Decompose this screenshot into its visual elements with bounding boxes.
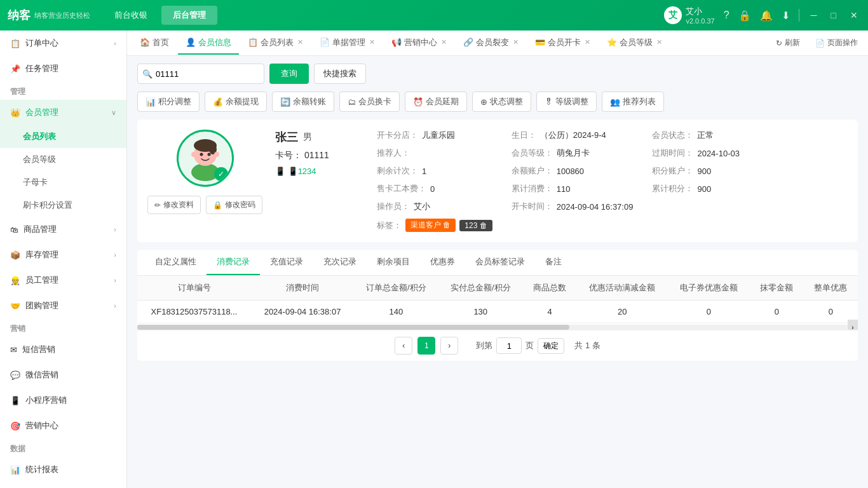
tab-member-level-label: 会员等级 bbox=[620, 37, 653, 48]
sub-tab-custom[interactable]: 自定义属性 bbox=[145, 250, 207, 275]
chevron-down-icon: ∨ bbox=[111, 109, 116, 117]
page-1-btn[interactable]: 1 bbox=[417, 337, 435, 355]
expire-value: 2024-10-03 bbox=[697, 149, 740, 158]
tab-member-info[interactable]: 👤 会员信息 bbox=[178, 32, 239, 55]
minimize-btn[interactable]: ─ bbox=[808, 9, 820, 22]
prev-page-btn[interactable]: ‹ bbox=[395, 337, 412, 355]
bell-icon[interactable]: 🔔 bbox=[760, 10, 773, 22]
orders-icon: 📋 bbox=[10, 39, 20, 48]
points-adjust-btn[interactable]: 📊 积分调整 bbox=[137, 92, 200, 112]
download-icon[interactable]: ⬇ bbox=[782, 10, 790, 22]
help-icon[interactable]: ? bbox=[724, 10, 729, 21]
cell-order-no: XF183125037573118... bbox=[137, 301, 251, 323]
tab-close-orders[interactable]: ✕ bbox=[369, 38, 375, 46]
status-adjust-btn[interactable]: ⊕ 状态调整 bbox=[472, 92, 531, 112]
to-page-label: 到第 bbox=[476, 340, 492, 351]
next-page-btn[interactable]: › bbox=[440, 337, 458, 355]
extend-btn[interactable]: ⏰ 会员延期 bbox=[405, 92, 467, 112]
table-row[interactable]: XF183125037573118... 2024-09-04 16:38:07… bbox=[137, 301, 858, 323]
user-name-version: 艾小 v2.0.0.37 bbox=[686, 6, 714, 25]
tab-close-member-list[interactable]: ✕ bbox=[297, 38, 303, 46]
tab-home-label: 首页 bbox=[153, 37, 169, 48]
sub-tab-notes[interactable]: 备注 bbox=[535, 250, 572, 275]
level-value: 萌兔月卡 bbox=[557, 147, 590, 159]
sidebar-item-reports[interactable]: 📊 统计报表 bbox=[0, 457, 126, 482]
user-info: 艾 艾小 v2.0.0.37 bbox=[664, 6, 714, 25]
tag-123[interactable]: 123 🗑 bbox=[459, 220, 492, 231]
sub-tab-consume[interactable]: 消费记录 bbox=[207, 250, 260, 275]
avatar-area: ✓ ✏ 修改资料 🔒 修改密码 bbox=[147, 130, 262, 232]
sidebar-sub-member-level[interactable]: 会员等级 bbox=[0, 148, 126, 171]
sidebar-sub-parent-card[interactable]: 子母卡 bbox=[0, 171, 126, 194]
tab-close-member-level[interactable]: ✕ bbox=[656, 38, 662, 46]
page-jump-input[interactable] bbox=[496, 337, 522, 354]
tab-close-marketing[interactable]: ✕ bbox=[441, 38, 447, 46]
total-points-value: 900 bbox=[697, 184, 711, 194]
back-office-btn[interactable]: 后台管理 bbox=[161, 6, 217, 25]
sidebar-item-marketing-center[interactable]: 🎯 营销中心 bbox=[0, 413, 126, 438]
sub-tab-tag-records[interactable]: 会员标签记录 bbox=[465, 250, 535, 275]
tab-fission[interactable]: 🔗 会员裂变 ✕ bbox=[456, 32, 526, 55]
member-details: 开卡分店： 儿童乐园 推荐人： 剩余计次： 1 售卡工本费： bbox=[377, 130, 848, 232]
tab-close-fission[interactable]: ✕ bbox=[513, 38, 519, 46]
scroll-right-arrow[interactable]: › bbox=[848, 320, 858, 330]
sidebar-item-sms[interactable]: ✉ 短信营销 bbox=[0, 337, 126, 362]
sub-tab-times[interactable]: 充次记录 bbox=[313, 250, 367, 275]
tab-member-list[interactable]: 📋 会员列表 ✕ bbox=[240, 32, 311, 55]
sidebar-item-tasks[interactable]: 📌 任务管理 bbox=[0, 56, 126, 81]
tab-open-card[interactable]: 💳 会员开卡 ✕ bbox=[527, 32, 598, 55]
close-btn[interactable]: ✕ bbox=[848, 9, 860, 22]
phone-value: 📱1234 bbox=[288, 166, 316, 176]
sidebar-item-miniapp[interactable]: 📱 小程序营销 bbox=[0, 388, 126, 413]
sub-tab-remain[interactable]: 剩余项目 bbox=[367, 250, 420, 275]
page-op-btn[interactable]: 📄 页面操作 bbox=[810, 35, 863, 51]
tab-marketing[interactable]: 📢 营销中心 ✕ bbox=[384, 32, 454, 55]
member-info-icon: 👤 bbox=[186, 37, 196, 47]
sidebar-sub-points-setting[interactable]: 刷卡积分设置 bbox=[0, 194, 126, 217]
points-adjust-label: 积分调整 bbox=[158, 96, 191, 107]
tag-channel[interactable]: 渠道客户 🗑 bbox=[405, 219, 456, 232]
avatar-circle: ✓ bbox=[177, 130, 234, 187]
page-confirm-btn[interactable]: 确定 bbox=[538, 338, 564, 354]
edit-info-btn[interactable]: ✏ 修改资料 bbox=[147, 196, 201, 214]
tab-fission-label: 会员裂变 bbox=[476, 37, 509, 48]
tab-orders-manage-label: 单据管理 bbox=[332, 37, 365, 48]
refresh-icon: ↻ bbox=[776, 39, 782, 48]
sidebar-sub-member-list[interactable]: 会员列表 bbox=[0, 125, 126, 148]
scroll-bar[interactable]: › bbox=[137, 325, 858, 330]
tab-member-level[interactable]: ⭐ 会员等级 ✕ bbox=[599, 32, 670, 55]
search-input[interactable] bbox=[137, 64, 264, 84]
referral-list-label: 推荐列表 bbox=[623, 96, 656, 107]
lock-icon[interactable]: 🔒 bbox=[738, 10, 751, 22]
tab-orders-manage[interactable]: 📄 单据管理 ✕ bbox=[312, 32, 383, 55]
tab-home[interactable]: 🏠 首页 bbox=[132, 32, 177, 55]
referral-list-btn[interactable]: 👥 推荐列表 bbox=[602, 92, 664, 112]
col-paid: 实付总金额/积分 bbox=[438, 276, 523, 301]
query-button[interactable]: 查询 bbox=[269, 64, 309, 84]
sub-tab-recharge[interactable]: 充值记录 bbox=[260, 250, 313, 275]
edit-pwd-btn[interactable]: 🔒 修改密码 bbox=[206, 196, 262, 214]
open-card-icon: 💳 bbox=[535, 37, 545, 47]
balance-transfer-btn[interactable]: 🔄 余额转账 bbox=[272, 92, 334, 112]
sidebar-item-staff[interactable]: 👷 员工管理 › bbox=[0, 268, 126, 293]
sidebar-item-members[interactable]: 👑 会员管理 ∨ bbox=[0, 100, 126, 125]
section-marketing: 营销 bbox=[0, 318, 126, 337]
chevron-right-icon: › bbox=[114, 39, 116, 47]
sidebar-item-orders[interactable]: 📋 订单中心 › bbox=[0, 30, 126, 56]
balance-withdraw-btn[interactable]: 💰 余额提现 bbox=[205, 92, 267, 112]
status-value: 正常 bbox=[697, 130, 714, 141]
sidebar-item-wechat[interactable]: 💬 微信营销 bbox=[0, 362, 126, 388]
maximize-btn[interactable]: □ bbox=[829, 9, 839, 22]
sidebar-item-inventory[interactable]: 📦 库存管理 › bbox=[0, 242, 126, 268]
card-replace-btn[interactable]: 🗂 会员换卡 bbox=[339, 92, 400, 112]
tab-close-open-card[interactable]: ✕ bbox=[585, 38, 590, 46]
sidebar-item-group[interactable]: 🤝 团购管理 › bbox=[0, 293, 126, 318]
sub-tab-coupon[interactable]: 优惠券 bbox=[420, 250, 465, 275]
sidebar-item-products[interactable]: 🛍 商品管理 › bbox=[0, 217, 126, 242]
col-order-no: 订单编号 bbox=[137, 276, 251, 301]
refresh-btn[interactable]: ↻ 刷新 bbox=[771, 35, 805, 51]
quick-search-button[interactable]: 快捷搜索 bbox=[314, 64, 366, 84]
sell-fee-label: 售卡工本费： bbox=[377, 183, 426, 194]
level-adjust-btn[interactable]: 🎖 等级调整 bbox=[536, 92, 597, 112]
front-desk-btn[interactable]: 前台收银 bbox=[103, 6, 159, 25]
